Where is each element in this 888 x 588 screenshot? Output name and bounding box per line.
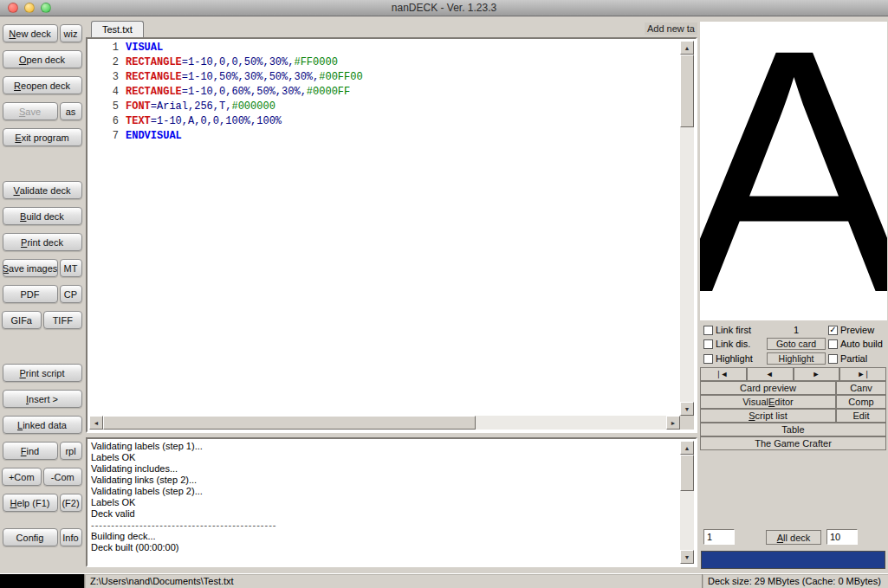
sidebar-button-info[interactable]: Info [60, 528, 82, 546]
card-preview-button[interactable]: Card preview [700, 381, 836, 395]
checkbox-box[interactable] [703, 339, 713, 349]
checkbox-label: Preview [840, 325, 874, 335]
sidebar-button-as[interactable]: as [60, 102, 82, 120]
scroll-right-icon[interactable]: ► [666, 416, 680, 430]
sidebar-button-open-deck[interactable]: Open deck [3, 50, 82, 68]
panel-buttons: Card previewCanvVisual EditorCompScript … [700, 381, 886, 450]
script-list-button[interactable]: Script list [700, 409, 836, 423]
sidebar-row: +Com-Com [0, 468, 84, 486]
editor-line: 3RECTANGLE=1-10,50%,30%,50%,30%,#00FF00 [88, 70, 680, 85]
sidebar-button-config[interactable]: Config [3, 528, 58, 546]
sidebar-button-gifa[interactable]: GIFa [2, 311, 42, 329]
canv-button[interactable]: Canv [836, 381, 886, 395]
sidebar-button-build-deck[interactable]: Build deck [3, 207, 82, 225]
log-line: Labels OK [91, 497, 678, 508]
link-first-checkbox[interactable]: Link first [703, 325, 764, 335]
script-editor[interactable]: 1VISUAL2RECTANGLE=1-10,0,0,50%,30%,#FF00… [86, 37, 697, 433]
checkbox-box[interactable] [703, 326, 713, 335]
panel-button-row: Visual EditorComp [700, 395, 886, 409]
sidebar-row: Print deck [0, 233, 84, 251]
editor-hscrollbar[interactable]: ◄ ► [89, 416, 680, 430]
preview-controls: Link first 1 Preview Link dis. Goto card… [703, 325, 885, 365]
vscroll-thumb[interactable] [680, 455, 694, 491]
checkbox-box[interactable] [828, 354, 838, 364]
scroll-down-icon[interactable]: ▼ [680, 550, 694, 564]
visual-editor-button[interactable]: Visual Editor [700, 395, 836, 409]
sidebar-row: Print script [0, 364, 84, 382]
scroll-left-icon[interactable]: ◄ [89, 416, 103, 430]
sidebar-button-pdf[interactable]: PDF [3, 285, 58, 303]
scroll-up-icon[interactable]: ▲ [680, 441, 694, 455]
editor-line: 2RECTANGLE=1-10,0,0,50%,30%,#FF0000 [88, 55, 680, 70]
checkbox-box[interactable] [828, 326, 838, 335]
zoom-button[interactable] [41, 3, 51, 13]
sidebar-button-print-deck[interactable]: Print deck [3, 233, 82, 251]
nav-next-button[interactable]: ► [794, 367, 840, 381]
scroll-down-icon[interactable]: ▼ [680, 402, 694, 416]
sidebar-button-print-script[interactable]: Print script [3, 364, 82, 382]
all-deck-button[interactable]: All deck [766, 530, 821, 545]
tab-test-txt[interactable]: Test.txt [91, 21, 144, 37]
nav-last-button[interactable]: ►| [839, 367, 886, 381]
the-game-crafter-button[interactable]: The Game Crafter [700, 436, 886, 450]
checkbox-label: Link dis. [716, 339, 750, 349]
minimize-button[interactable] [24, 3, 35, 13]
traffic-lights [8, 3, 51, 13]
sidebar-row: Reopen deck [0, 76, 84, 94]
close-button[interactable] [8, 3, 18, 13]
add-new-tab-button[interactable]: Add new ta [645, 23, 697, 35]
sidebar-button-validate-deck[interactable]: Validate deck [3, 181, 82, 199]
panel-button-row: Table [700, 423, 886, 436]
sidebar-button-save[interactable]: Save [3, 102, 58, 120]
sidebar-button-cp[interactable]: CP [60, 285, 82, 303]
log-line: Validating links (step 2)... [91, 475, 678, 486]
editor-line: 7ENDVISUAL [88, 129, 680, 144]
panel-button-row: The Game Crafter [700, 436, 886, 450]
checkbox-box[interactable] [828, 339, 838, 349]
sidebar-button-find[interactable]: Find [3, 442, 58, 460]
line-number: 4 [88, 85, 126, 100]
preview-checkbox[interactable]: Preview [828, 325, 885, 335]
nav-first-button[interactable]: |◄ [700, 367, 747, 381]
checkbox-box[interactable] [703, 354, 713, 364]
highlight-button[interactable]: Highlight [767, 352, 826, 365]
hscroll-thumb[interactable] [103, 416, 476, 430]
editor-line: 6TEXT=1-10,A,0,0,100%,100% [88, 114, 680, 129]
panel-button-row: Script listEdit [700, 409, 886, 423]
sidebar-button-f2[interactable]: (F2) [60, 494, 82, 512]
log-line: Validating includes... [91, 463, 678, 475]
sidebar-button-com[interactable]: -Com [43, 468, 83, 486]
sidebar: New deckwizOpen deckReopen deckSaveasExi… [0, 16, 84, 573]
link-dis-checkbox[interactable]: Link dis. [703, 339, 764, 349]
sidebar-button-reopen-deck[interactable]: Reopen deck [3, 76, 82, 94]
statusbar-corner [0, 574, 84, 588]
sidebar-row: PDFCP [0, 285, 84, 303]
sidebar-button-rpl[interactable]: rpl [60, 442, 82, 460]
edit-button[interactable]: Edit [836, 409, 886, 423]
vscroll-thumb[interactable] [680, 55, 694, 127]
sidebar-button-linked-data[interactable]: Linked data [3, 416, 82, 434]
sidebar-button-com[interactable]: +Com [2, 468, 42, 486]
sidebar-button-tiff[interactable]: TIFF [43, 311, 83, 329]
scroll-up-icon[interactable]: ▲ [680, 41, 694, 55]
editor-vscrollbar[interactable]: ▲ ▼ [680, 41, 694, 416]
sidebar-button-insert[interactable]: Insert > [3, 390, 82, 408]
sidebar-button-wiz[interactable]: wiz [60, 24, 82, 42]
goto-card-button[interactable]: Goto card [767, 338, 826, 350]
auto-build-checkbox[interactable]: Auto build [828, 339, 885, 349]
log-vscrollbar[interactable]: ▲ ▼ [680, 441, 694, 564]
card-preview-image: A [700, 22, 887, 320]
sidebar-button-mt[interactable]: MT [60, 259, 82, 277]
table-button[interactable]: Table [700, 423, 886, 436]
deck-from-input[interactable] [703, 529, 735, 545]
deck-to-input[interactable] [826, 529, 858, 545]
comp-button[interactable]: Comp [836, 395, 886, 409]
validation-log[interactable]: Validating labels (step 1)...Labels OKVa… [86, 437, 697, 567]
sidebar-button-help-f1[interactable]: Help (F1) [3, 494, 58, 512]
partial-checkbox[interactable]: Partial [828, 353, 885, 364]
sidebar-button-new-deck[interactable]: New deck [3, 24, 58, 42]
nav-prev-button[interactable]: ◄ [747, 367, 794, 381]
sidebar-button-save-images[interactable]: Save images [3, 259, 58, 277]
highlight-checkbox[interactable]: Highlight [703, 353, 764, 364]
sidebar-button-exit-program[interactable]: Exit program [3, 128, 82, 146]
